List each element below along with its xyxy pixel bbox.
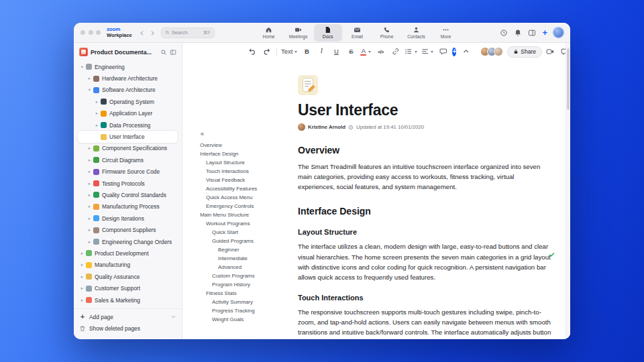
sidebar-item-data-processing[interactable]: ▸Data Processing xyxy=(78,119,178,131)
chevron-right-icon[interactable]: ▸ xyxy=(87,216,93,221)
sidebar-item-software-architecture[interactable]: ▾Software Architecture xyxy=(78,84,178,96)
sidebar-item-user-interface[interactable]: User Interface xyxy=(78,131,178,142)
text-color-button[interactable]: A xyxy=(360,46,371,58)
sidebar-item-circuit-diagrams[interactable]: ▸Circuit Diagrams xyxy=(78,154,178,166)
chevron-right-icon[interactable]: ▸ xyxy=(87,145,93,151)
overview-paragraph[interactable]: The Smart Treadmill features an intuitiv… xyxy=(298,162,551,192)
sidebar-collapse-icon[interactable] xyxy=(170,49,176,56)
outline-collapse-button[interactable]: « xyxy=(200,130,298,137)
chevron-right-icon[interactable]: ▸ xyxy=(79,286,85,291)
chevron-right-icon[interactable]: ▸ xyxy=(87,169,93,174)
chevron-right-icon[interactable]: ▸ xyxy=(94,123,100,128)
outline-item-quick-start[interactable]: Quick Start xyxy=(200,228,298,237)
undo-button[interactable] xyxy=(247,46,258,58)
scrollbar[interactable] xyxy=(566,43,570,339)
sidebar-item-manufacturing-process[interactable]: ▸Manufacturing Process xyxy=(78,201,178,213)
bullet-list-button[interactable] xyxy=(405,46,417,58)
sidebar-item-firmware-source-code[interactable]: ▸Firmware Source Code xyxy=(78,166,178,178)
sidebar-item-operating-system[interactable]: ▸Operating System xyxy=(78,96,178,107)
chevron-right-icon[interactable]: ▸ xyxy=(79,298,85,303)
forward-button[interactable] xyxy=(150,27,156,39)
outline-item-main-menu-structure[interactable]: Main Menu Structure xyxy=(200,210,298,219)
chevron-right-icon[interactable]: ▸ xyxy=(87,158,93,163)
chevron-right-icon[interactable]: ▸ xyxy=(94,111,100,116)
minimize-window-button[interactable] xyxy=(89,30,93,35)
user-avatar[interactable] xyxy=(553,27,564,38)
outline-item-advanced[interactable]: Advanced xyxy=(200,263,298,272)
outline-item-intermediate[interactable]: Intermediate xyxy=(200,254,298,263)
sidebar-item-hardware-architecture[interactable]: ▸Hardware Architecture xyxy=(78,72,178,84)
sidebar-search-icon[interactable] xyxy=(160,49,167,56)
back-button[interactable] xyxy=(139,27,145,39)
chevron-right-icon[interactable]: ▸ xyxy=(79,274,85,280)
italic-button[interactable]: I xyxy=(316,46,327,58)
sidebar-item-sales-marketing[interactable]: ▸Sales & Marketing xyxy=(78,294,178,306)
resolved-check-icon[interactable] xyxy=(548,251,555,258)
chevron-right-icon[interactable]: ▸ xyxy=(87,239,93,245)
chevron-down-icon[interactable]: ▾ xyxy=(79,64,85,70)
workspace-name[interactable]: Product Documenta... xyxy=(91,49,158,56)
align-button[interactable] xyxy=(421,46,434,58)
show-deleted-pages-button[interactable]: Show deleted pages xyxy=(79,322,176,334)
sidebar-item-manufacturing[interactable]: ▸Manufacturing xyxy=(78,259,178,271)
collapse-toolbar-button[interactable] xyxy=(460,46,471,58)
tab-email[interactable]: Email xyxy=(343,24,372,42)
global-search-input[interactable]: Search ⌘F xyxy=(161,27,215,38)
collaborator-avatar[interactable] xyxy=(494,47,503,56)
sidebar-item-application-layer[interactable]: ▸Application Layer xyxy=(78,108,178,119)
chevron-right-icon[interactable]: ▸ xyxy=(79,251,85,256)
strikethrough-button[interactable]: S xyxy=(345,46,356,58)
chevron-right-icon[interactable]: ▸ xyxy=(87,204,93,209)
outline-item-overview[interactable]: Overview xyxy=(200,141,298,149)
chevron-right-icon[interactable]: ▸ xyxy=(87,227,93,233)
sidebar-item-customer-support[interactable]: ▸Customer Support xyxy=(78,282,178,294)
redo-button[interactable] xyxy=(262,46,272,58)
chevron-right-icon[interactable]: ▸ xyxy=(87,181,93,186)
outline-item-accessibility-features[interactable]: Accessibility Features xyxy=(200,184,298,193)
sidebar-item-component-suppliers[interactable]: ▸Component Suppliers xyxy=(78,224,178,235)
interface-design-heading[interactable]: Interface Design xyxy=(298,206,551,217)
tab-phone[interactable]: Phone xyxy=(373,24,401,42)
chevron-down-icon[interactable]: ▾ xyxy=(87,87,93,93)
layout-structure-paragraph[interactable]: The interface utilizes a clean, modern d… xyxy=(298,241,551,282)
tab-docs[interactable]: Docs xyxy=(314,24,342,42)
sidebar-item-testing-protocols[interactable]: ▸Testing Protocols xyxy=(78,178,178,189)
history-clock-icon[interactable] xyxy=(500,29,508,37)
comment-button[interactable] xyxy=(437,46,448,58)
tab-meetings[interactable]: Meetings xyxy=(284,24,313,42)
outline-item-visual-feedback[interactable]: Visual Feedback xyxy=(200,176,298,184)
chevron-right-icon[interactable]: ▸ xyxy=(87,76,93,81)
share-button[interactable]: Share xyxy=(507,46,542,58)
sidebar-item-engineering[interactable]: ▾Engineering xyxy=(78,61,178,72)
chevron-right-icon[interactable]: ▸ xyxy=(94,99,100,105)
outline-item-activity-summary[interactable]: Activity Summary xyxy=(200,298,298,306)
outline-item-layout-structure[interactable]: Layout Structure xyxy=(200,158,298,167)
outline-item-custom-programs[interactable]: Custom Programs xyxy=(200,272,298,280)
chevron-right-icon[interactable]: ▸ xyxy=(87,192,93,198)
outline-item-quick-access-menu[interactable]: Quick Access Menu xyxy=(200,193,298,202)
text-style-dropdown[interactable]: Text xyxy=(281,46,297,58)
layout-structure-heading[interactable]: Layout Structure xyxy=(298,228,551,236)
outline-item-interface-design[interactable]: Interface Design xyxy=(200,149,298,158)
outline-item-progress-tracking[interactable]: Progress Tracking xyxy=(200,306,298,315)
underline-button[interactable]: U xyxy=(331,46,341,58)
overview-heading[interactable]: Overview xyxy=(298,145,551,156)
chevron-right-icon[interactable]: ▸ xyxy=(79,262,85,267)
tab-contacts[interactable]: Contacts xyxy=(402,24,431,42)
insert-block-button[interactable]: + xyxy=(452,48,456,56)
chevron-down-icon[interactable] xyxy=(170,314,176,320)
sidebar-item-component-specifications[interactable]: ▸Component Specifications xyxy=(78,143,178,154)
scrollbar-thumb[interactable] xyxy=(567,48,570,110)
outline-item-fitness-stats[interactable]: Fitness Stats xyxy=(200,289,298,298)
code-button[interactable]: </> xyxy=(375,46,386,58)
add-page-button[interactable]: + Add page xyxy=(79,311,176,322)
tab-home[interactable]: Home xyxy=(255,24,283,42)
doc-emoji-icon[interactable] xyxy=(298,75,318,95)
outline-item-emergency-controls[interactable]: Emergency Controls xyxy=(200,202,298,210)
maximize-window-button[interactable] xyxy=(96,30,101,35)
outline-item-guided-programs[interactable]: Guided Programs xyxy=(200,237,298,245)
doc-title[interactable]: User Interface xyxy=(298,101,551,119)
outline-item-beginner[interactable]: Beginner xyxy=(200,245,298,254)
sidebar-item-quality-control-standards[interactable]: ▸Quality Control Standards xyxy=(78,189,178,200)
sidebar-item-engineering-change-orders[interactable]: ▸Engineering Change Orders xyxy=(78,236,178,247)
